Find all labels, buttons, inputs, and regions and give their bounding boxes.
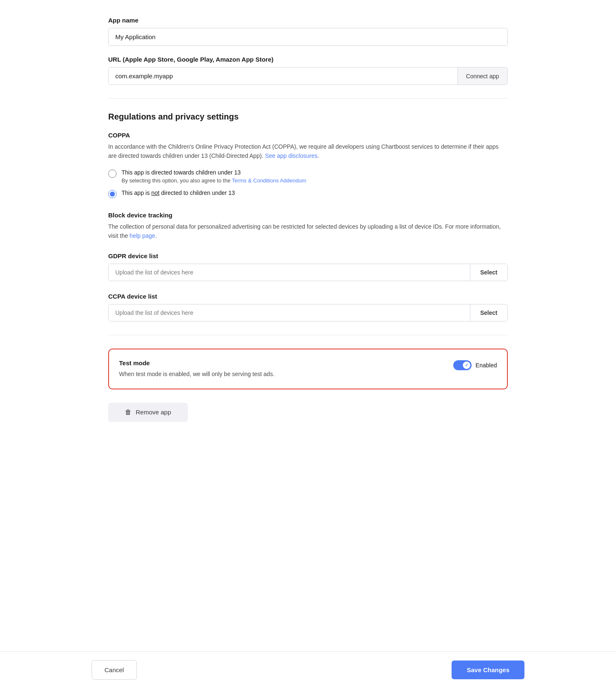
gdpr-select-button[interactable]: Select [470, 264, 507, 281]
url-label: URL (Apple App Store, Google Play, Amazo… [108, 56, 508, 63]
see-disclosures-link[interactable]: See app disclosures [265, 152, 318, 159]
radio-option-directed: This app is directed towards children un… [108, 169, 508, 184]
remove-app-button[interactable]: 🗑 Remove app [108, 403, 188, 422]
connect-app-button[interactable]: Connect app [457, 67, 507, 85]
radio-directed[interactable] [108, 170, 117, 178]
regulations-title: Regulations and privacy settings [108, 112, 508, 122]
save-changes-button[interactable]: Save Changes [452, 661, 524, 679]
radio-option-not-directed: This app is not directed to children und… [108, 189, 508, 198]
ccpa-field-wrapper: Select [108, 304, 508, 322]
radio-directed-label-group: This app is directed towards children un… [122, 169, 306, 184]
test-mode-toggle-group: ✓ Enabled [453, 360, 497, 370]
radio-directed-label: This app is directed towards children un… [122, 169, 306, 176]
ccpa-input[interactable] [109, 304, 470, 321]
app-name-field: App name [108, 17, 508, 46]
test-mode-content: Test mode When test mode is enabled, we … [119, 359, 443, 379]
section-divider-1 [108, 98, 508, 99]
toggle-check-icon: ✓ [465, 363, 468, 367]
url-field-wrapper: Connect app [108, 67, 508, 85]
test-mode-box: Test mode When test mode is enabled, we … [108, 349, 508, 389]
remove-app-section: 🗑 Remove app [108, 403, 508, 422]
ccpa-label: CCPA device list [108, 293, 508, 300]
url-field-group: URL (Apple App Store, Google Play, Amazo… [108, 56, 508, 85]
radio-not-directed[interactable] [108, 190, 117, 198]
block-tracking-section: Block device tracking The collection of … [108, 212, 508, 241]
footer-bar: Cancel Save Changes [0, 651, 616, 688]
radio-directed-sublabel: By selecting this option, you also agree… [122, 177, 306, 184]
test-mode-description: When test mode is enabled, we will only … [119, 370, 443, 379]
toggle-thumb: ✓ [463, 361, 470, 369]
ccpa-device-list-section: CCPA device list Select [108, 293, 508, 322]
gdpr-label: GDPR device list [108, 252, 508, 259]
footer-inner: Cancel Save Changes [92, 660, 524, 680]
section-divider-2 [108, 335, 508, 335]
toggle-track: ✓ [453, 360, 472, 370]
radio-not-directed-label-group: This app is not directed to children und… [122, 189, 235, 196]
app-name-label: App name [108, 17, 508, 24]
test-mode-enabled-label: Enabled [476, 362, 497, 369]
gdpr-field-wrapper: Select [108, 264, 508, 281]
test-mode-title: Test mode [119, 359, 443, 366]
help-page-link[interactable]: help page [129, 232, 155, 239]
gdpr-input[interactable] [109, 264, 470, 281]
block-tracking-description: The collection of personal data for pers… [108, 222, 508, 241]
trash-icon: 🗑 [125, 409, 132, 416]
ccpa-select-button[interactable]: Select [470, 304, 507, 321]
gdpr-device-list-section: GDPR device list Select [108, 252, 508, 281]
app-name-input[interactable] [108, 28, 508, 46]
url-input[interactable] [109, 67, 457, 85]
block-tracking-title: Block device tracking [108, 212, 508, 219]
regulations-section: Regulations and privacy settings COPPA I… [108, 112, 508, 322]
terms-conditions-link[interactable]: Terms & Conditions Addendum [232, 177, 306, 184]
coppa-description: In accordance with the Children's Online… [108, 142, 508, 161]
coppa-title: COPPA [108, 132, 508, 139]
cancel-button[interactable]: Cancel [92, 660, 137, 680]
radio-not-directed-label: This app is not directed to children und… [122, 189, 235, 196]
test-mode-toggle[interactable]: ✓ [453, 360, 472, 370]
coppa-radio-group: This app is directed towards children un… [108, 169, 508, 198]
remove-app-label: Remove app [136, 409, 171, 416]
coppa-section: COPPA In accordance with the Children's … [108, 132, 508, 198]
